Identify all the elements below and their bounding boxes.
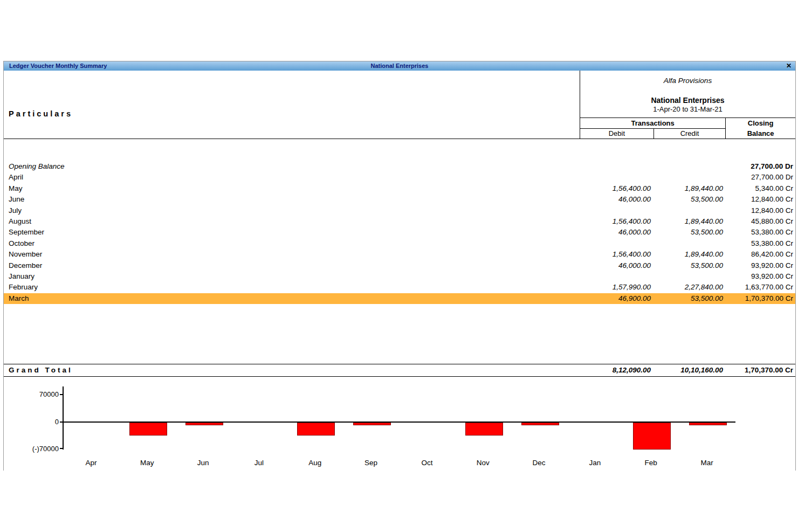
row-credit-value: 1,89,440.00 (685, 249, 723, 260)
table-row[interactable]: September46,000.0053,500.0053,380.00 Cr (4, 227, 795, 238)
chart-bar-dec (521, 423, 559, 425)
closing-balance-header-line2: Balance (725, 129, 795, 139)
row-label: January (9, 271, 35, 282)
row-closing-balance: 27,700.00 Dr (751, 172, 793, 183)
y-axis-tick-label-70000: 70000 (18, 390, 59, 398)
table-row-selected[interactable]: March46,900.0053,500.001,70,370.00 Cr (4, 293, 795, 304)
row-label: March (9, 293, 29, 304)
row-label: October (9, 238, 35, 249)
row-credit-value: 2,27,840.00 (685, 282, 723, 293)
table-row[interactable]: Opening Balance27,700.00 Dr (4, 161, 795, 172)
y-axis-tick-label-0: 0 (18, 418, 59, 426)
monthly-bar-chart: 70000 0 (-)70000 AprMayJunJulAugSepOctNo… (4, 377, 795, 471)
y-axis-tick-label-neg70000: (-)70000 (18, 445, 59, 453)
chart-month-label: Jul (254, 459, 264, 467)
transactions-column-header: Transactions (580, 118, 725, 129)
report-period: 1-Apr-20 to 31-Mar-21 (580, 105, 795, 113)
table-row[interactable]: October53,380.00 Cr (4, 238, 795, 249)
chart-bar-jun (185, 423, 223, 425)
row-closing-balance: 1,63,770.00 Cr (745, 282, 793, 293)
row-closing-balance: 53,380.00 Cr (751, 227, 793, 238)
row-label: July (9, 205, 22, 216)
ledger-rows: Opening Balance27,700.00 DrApril27,700.0… (4, 139, 795, 364)
row-debit-value: 46,000.00 (618, 227, 651, 238)
row-label: May (9, 183, 23, 194)
row-closing-balance: 53,380.00 Cr (751, 238, 793, 249)
row-debit-value: 46,000.00 (618, 260, 651, 271)
chart-plot (63, 386, 734, 450)
credit-column-header: Credit (653, 129, 726, 139)
row-credit-value: 53,500.00 (691, 194, 723, 205)
header-columns-block: Alfa Provisions National Enterprises 1-A… (580, 71, 795, 139)
row-debit-value: 1,56,400.00 (613, 216, 651, 227)
row-closing-balance: 5,340.00 Cr (755, 183, 793, 194)
y-axis-tick-70000 (60, 394, 64, 395)
row-debit-value: 1,56,400.00 (613, 249, 651, 260)
chart-month-label: Dec (533, 459, 546, 467)
chart-month-label: Jan (589, 459, 601, 467)
row-credit-value: 1,89,440.00 (685, 183, 723, 194)
table-row[interactable]: April27,700.00 Dr (4, 172, 795, 183)
row-label: Opening Balance (9, 161, 65, 172)
chart-bar-nov (465, 423, 503, 436)
table-row[interactable]: June46,000.0053,500.0012,840.00 Cr (4, 194, 795, 205)
chart-month-label: Aug (308, 459, 321, 467)
grand-total-row: Grand Total 8,12,090.00 10,10,160.00 1,7… (4, 364, 795, 377)
row-debit-value: 46,000.00 (618, 194, 651, 205)
chart-month-label: Oct (421, 459, 432, 467)
table-row[interactable]: February1,57,990.002,27,840.001,63,770.0… (4, 282, 795, 293)
row-label: June (9, 194, 24, 205)
ledger-voucher-monthly-summary-window: Ledger Voucher Monthly Summary National … (3, 61, 796, 471)
y-axis-tick-neg70000 (60, 448, 64, 449)
row-closing-balance: 93,920.00 Cr (751, 260, 793, 271)
chart-month-label: Feb (645, 459, 657, 467)
row-closing-balance: 86,420.00 Cr (751, 249, 793, 260)
row-label: August (9, 216, 31, 227)
row-closing-balance: 1,70,370.00 Cr (745, 293, 793, 304)
grand-total-credit: 10,10,160.00 (680, 364, 723, 376)
chart-bar-mar (689, 423, 727, 425)
row-label: February (9, 282, 38, 293)
header-account-block: Alfa Provisions National Enterprises 1-A… (580, 71, 795, 118)
table-row[interactable]: December46,000.0053,500.0093,920.00 Cr (4, 260, 795, 271)
titlebar: Ledger Voucher Monthly Summary National … (4, 61, 795, 71)
chart-x-labels: AprMayJunJulAugSepOctNovDecJanFebMar (63, 459, 734, 468)
row-label: December (9, 260, 42, 271)
table-row[interactable]: August1,56,400.001,89,440.0045,880.00 Cr (4, 216, 795, 227)
table-row[interactable]: November1,56,400.001,89,440.0086,420.00 … (4, 249, 795, 260)
chart-month-label: Sep (364, 459, 377, 467)
report-header: Particulars Alfa Provisions National Ent… (4, 71, 795, 139)
particulars-column-header: Particulars (9, 109, 73, 118)
chart-bar-sep (353, 423, 391, 425)
chart-bar-aug (297, 423, 335, 436)
chart-month-label: Jun (197, 459, 209, 467)
header-group-row: Transactions Closing (580, 118, 795, 129)
account-name: Alfa Provisions (580, 71, 795, 85)
chart-month-label: Mar (700, 459, 713, 467)
row-closing-balance: 27,700.00 Dr (751, 161, 793, 172)
grand-total-label: Grand Total (9, 364, 73, 376)
row-debit-value: 1,57,990.00 (613, 282, 651, 293)
chart-bar-feb (633, 423, 671, 450)
titlebar-ledger-name: National Enterprises (4, 63, 795, 69)
row-closing-balance: 12,840.00 Cr (751, 194, 793, 205)
row-label: September (9, 227, 44, 238)
table-row[interactable]: July12,840.00 Cr (4, 205, 795, 216)
grand-total-debit: 8,12,090.00 (613, 364, 651, 376)
table-row[interactable]: May1,56,400.001,89,440.005,340.00 Cr (4, 183, 795, 194)
row-credit-value: 1,89,440.00 (685, 216, 723, 227)
close-icon[interactable]: ✕ (786, 62, 792, 70)
chart-month-label: Nov (477, 459, 490, 467)
table-row[interactable]: January93,920.00 Cr (4, 271, 795, 282)
row-closing-balance: 93,920.00 Cr (751, 271, 793, 282)
grand-total-closing: 1,70,370.00 Cr (745, 364, 793, 376)
row-credit-value: 53,500.00 (691, 227, 723, 238)
chart-month-label: Apr (85, 459, 97, 467)
row-closing-balance: 45,880.00 Cr (751, 216, 793, 227)
row-debit-value: 46,900.00 (618, 293, 651, 304)
chart-month-label: May (140, 459, 154, 467)
closing-balance-header-line1: Closing (725, 118, 795, 129)
row-label: November (9, 249, 42, 260)
chart-bar-may (129, 423, 167, 436)
ledger-name: National Enterprises (580, 96, 795, 105)
